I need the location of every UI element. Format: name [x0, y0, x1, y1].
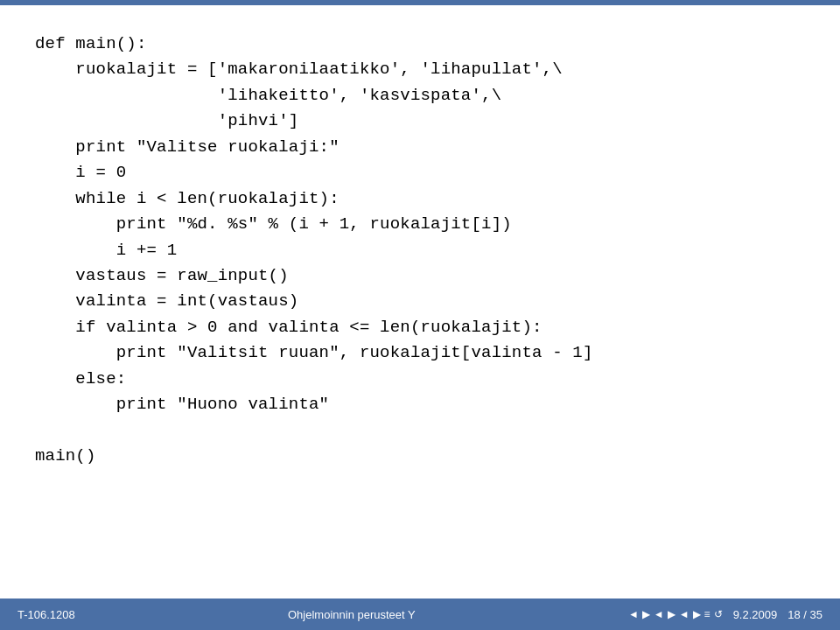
- bottom-center: Ohjelmoinnin perusteet Y: [75, 608, 628, 621]
- bottom-left: T-106.1208: [18, 608, 75, 621]
- nav-left-icon[interactable]: ◄: [628, 608, 639, 620]
- navigation-icons[interactable]: ◄ ▶ ◄ ▶ ◄ ▶ ≡ ↺: [628, 608, 723, 620]
- nav-icon-2[interactable]: ▶: [642, 608, 650, 620]
- nav-icon-5[interactable]: ◄: [679, 608, 690, 620]
- code-block: def main(): ruokalajit = ['makaronilaati…: [35, 32, 805, 469]
- nav-icon-7[interactable]: ≡: [704, 608, 710, 620]
- nav-icon-4[interactable]: ▶: [668, 608, 676, 620]
- nav-icon-6[interactable]: ▶: [693, 608, 701, 620]
- slide-date: 9.2.2009: [733, 608, 778, 621]
- main-content: def main(): ruokalajit = ['makaronilaati…: [0, 5, 840, 598]
- nav-icon-8[interactable]: ↺: [714, 608, 723, 620]
- bottom-bar: T-106.1208 Ohjelmoinnin perusteet Y ◄ ▶ …: [0, 598, 840, 630]
- course-title: Ohjelmoinnin perusteet Y: [288, 608, 416, 621]
- nav-icon-3[interactable]: ◄: [654, 608, 664, 620]
- slide-page: 18 / 35: [788, 608, 822, 621]
- course-code: T-106.1208: [18, 608, 75, 621]
- bottom-right: ◄ ▶ ◄ ▶ ◄ ▶ ≡ ↺ 9.2.2009 18 / 35: [628, 608, 822, 621]
